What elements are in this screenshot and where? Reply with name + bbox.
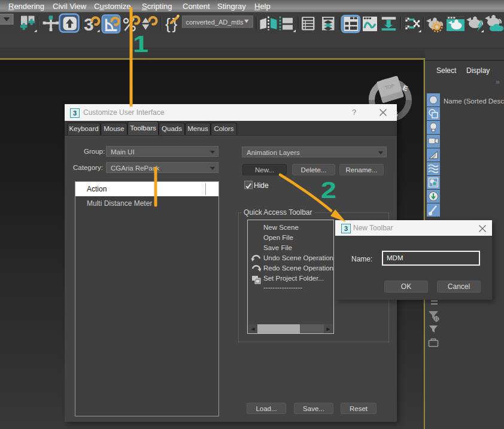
svg-text:converted_AD_mtls: converted_AD_mtls xyxy=(186,19,244,26)
svg-text:{: { xyxy=(165,15,171,33)
svg-text:3: 3 xyxy=(84,14,94,34)
